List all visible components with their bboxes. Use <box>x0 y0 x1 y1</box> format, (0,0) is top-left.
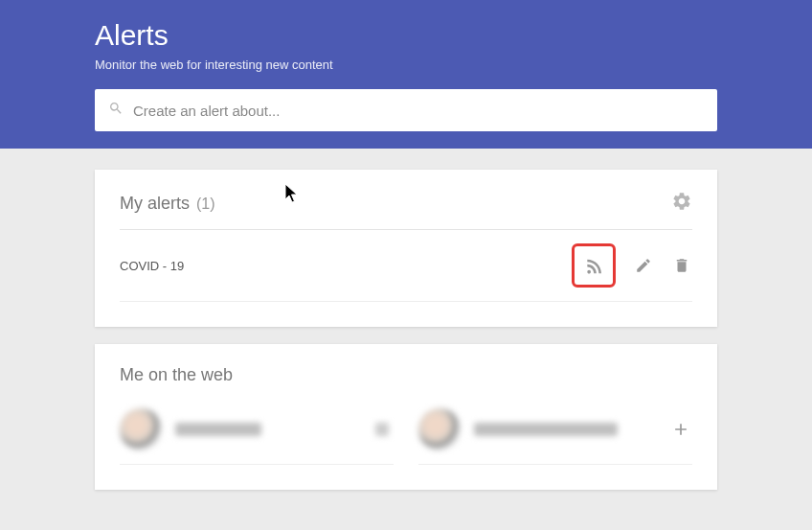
web-item-label <box>175 423 261 436</box>
avatar <box>418 408 461 450</box>
plus-icon <box>671 420 690 439</box>
settings-button[interactable] <box>671 191 692 216</box>
page-title: Alerts <box>95 19 717 52</box>
alerts-count: (1) <box>196 196 215 212</box>
me-on-web-card: Me on the web <box>95 344 717 490</box>
web-item[interactable] <box>418 408 692 465</box>
add-button[interactable] <box>669 418 692 441</box>
search-icon <box>108 101 133 120</box>
rss-button[interactable] <box>572 243 616 288</box>
page-subtitle: Monitor the web for interesting new cont… <box>95 58 717 72</box>
rss-icon <box>584 256 603 275</box>
page-header: Alerts Monitor the web for interesting n… <box>0 0 812 149</box>
web-item[interactable] <box>120 408 394 465</box>
my-alerts-card: My alerts (1) COVID - 19 <box>95 170 717 327</box>
web-item-action[interactable] <box>371 418 394 441</box>
pencil-icon <box>635 257 652 274</box>
my-alerts-title: My alerts (1) <box>120 194 215 214</box>
trash-icon <box>673 257 690 274</box>
delete-button[interactable] <box>671 255 692 276</box>
me-on-web-title: Me on the web <box>120 365 233 385</box>
web-item-label <box>474 423 618 436</box>
avatar <box>120 408 162 450</box>
search-box[interactable] <box>95 89 717 131</box>
edit-button[interactable] <box>633 255 654 276</box>
alert-row: COVID - 19 <box>120 230 692 302</box>
alert-name[interactable]: COVID - 19 <box>120 259 184 273</box>
search-input[interactable] <box>133 103 704 119</box>
